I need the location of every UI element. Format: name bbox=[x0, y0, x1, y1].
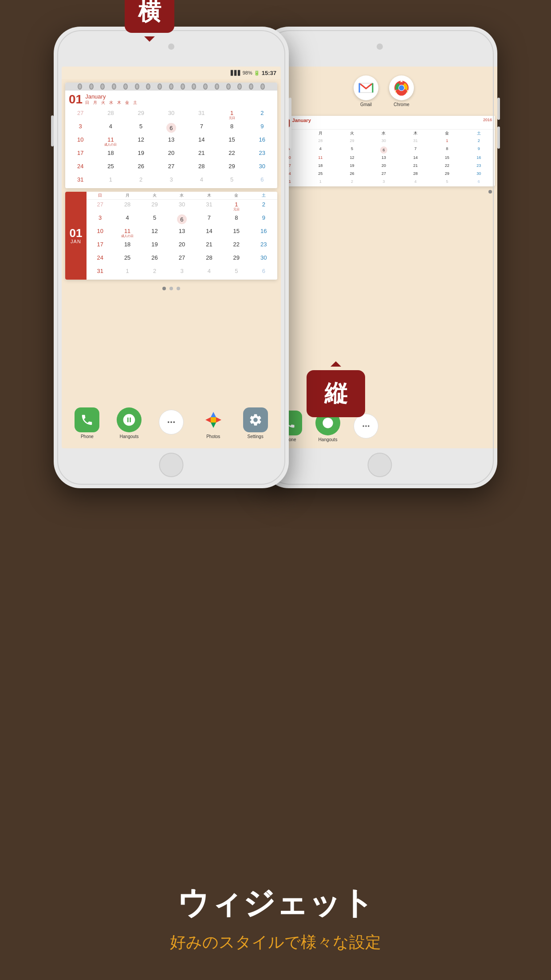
scal-cell: 14 bbox=[400, 154, 431, 162]
scal-cell: 19 bbox=[336, 162, 368, 170]
home-button[interactable] bbox=[159, 453, 184, 477]
cal-cell: 9 bbox=[250, 213, 277, 226]
hangouts-icon bbox=[117, 407, 142, 432]
cal-cell: 31 bbox=[65, 175, 95, 188]
cal-cell: 28 bbox=[196, 253, 223, 266]
app-gmail[interactable]: Gmail bbox=[354, 75, 378, 107]
cal-cell: 7 bbox=[186, 122, 216, 135]
right-hangouts-label: Hangouts bbox=[319, 437, 338, 442]
app-chrome[interactable]: Chrome bbox=[389, 75, 414, 107]
month-kana: 日 月 火 水 木 金 土 bbox=[85, 100, 137, 106]
cal-cell: 19 bbox=[141, 240, 168, 253]
day-header: 月 bbox=[114, 192, 141, 199]
scal-cell: 7 bbox=[400, 146, 431, 154]
scal-cell: 15 bbox=[431, 154, 463, 162]
day-header: 日 bbox=[87, 192, 114, 199]
scal-cell: 28 bbox=[400, 170, 431, 178]
cal-cell: 1 bbox=[114, 266, 141, 280]
scal-cell: 8 bbox=[431, 146, 463, 154]
scal-cell: 2 bbox=[336, 178, 368, 186]
cal-cell: 1 bbox=[95, 175, 126, 188]
day-hdr: 土 bbox=[463, 130, 495, 138]
app-hangouts[interactable]: Hangouts bbox=[117, 407, 142, 439]
spiral bbox=[65, 83, 277, 91]
phones-container: 横 ▋▋▋ 98% 🔋 15:37 bbox=[0, 27, 551, 488]
small-cal-grid: 27 28 29 30 31 1 2 3 4 5 6 7 8 9 10 11 bbox=[273, 138, 495, 186]
power-button[interactable] bbox=[51, 115, 54, 146]
cal-cell: 27 bbox=[87, 200, 114, 213]
cal-cell: 14 bbox=[196, 226, 223, 240]
vol-up-button[interactable] bbox=[289, 98, 291, 120]
cal-cell: 21 bbox=[196, 240, 223, 253]
cal-cell: 6 bbox=[250, 266, 277, 280]
camera bbox=[168, 43, 174, 50]
cal-cell: 19 bbox=[126, 148, 156, 162]
cal-cell: 30 bbox=[156, 108, 186, 122]
cal-cell: 3 bbox=[65, 122, 95, 135]
cal-cell: 3 bbox=[87, 213, 114, 226]
cal-cell: 23 bbox=[247, 148, 277, 162]
right-app-messages[interactable] bbox=[354, 414, 378, 439]
dot bbox=[169, 287, 173, 290]
scal-cell: 30 bbox=[463, 170, 495, 178]
vol-down-button[interactable] bbox=[289, 126, 291, 149]
status-bar: ▋▋▋ 98% 🔋 15:37 bbox=[62, 67, 281, 79]
day-hdr: 金 bbox=[431, 130, 463, 138]
scal-cell: 9 bbox=[463, 146, 495, 154]
phone-icon bbox=[75, 407, 99, 432]
photos-label: Photos bbox=[206, 434, 220, 439]
cal-cell: 27 bbox=[156, 162, 186, 175]
cal-cell: 12 bbox=[141, 226, 168, 240]
page-dots bbox=[62, 283, 281, 294]
phone-label: Phone bbox=[81, 434, 94, 439]
cal-cell: 5 bbox=[126, 122, 156, 135]
cal-cell: 4 bbox=[196, 266, 223, 280]
app-settings[interactable]: Settings bbox=[243, 407, 268, 439]
scal-cell: 28 bbox=[304, 138, 336, 146]
cal-cell: 16 bbox=[250, 226, 277, 240]
cal-cell: 4 bbox=[114, 213, 141, 226]
cal-cell: 9 bbox=[247, 122, 277, 135]
app-phone[interactable]: Phone bbox=[75, 407, 99, 439]
cal-cell: 2 bbox=[247, 108, 277, 122]
status-icons: ▋▋▋ 98% 🔋 bbox=[231, 70, 260, 76]
cal-cell: 28 bbox=[114, 200, 141, 213]
right-apps-row: Gmail bbox=[270, 67, 497, 114]
cal-cell: 24 bbox=[65, 162, 95, 175]
right-camera bbox=[377, 43, 383, 50]
cal-cell: 13 bbox=[168, 226, 195, 240]
cal-header: 01 January 日 月 火 水 木 金 土 bbox=[65, 91, 277, 108]
scal-cell: 5 bbox=[431, 178, 463, 186]
day-hdr: 月 bbox=[304, 130, 336, 138]
app-photos[interactable]: Photos bbox=[201, 407, 226, 439]
cal-cell: 18 bbox=[114, 240, 141, 253]
chrome-label: Chrome bbox=[394, 102, 409, 107]
dot bbox=[162, 287, 166, 290]
scal-cell: 4 bbox=[304, 146, 336, 154]
month-name: January bbox=[85, 93, 137, 100]
cal-cell: 2 bbox=[126, 175, 156, 188]
right-vol-down[interactable] bbox=[497, 126, 500, 149]
scal-cell: 1 bbox=[304, 178, 336, 186]
cal-cell: 6 bbox=[247, 175, 277, 188]
cal-cell: 17 bbox=[65, 148, 95, 162]
cal-cell: 31 bbox=[196, 200, 223, 213]
scal-cell: 16 bbox=[463, 154, 495, 162]
cal-cell: 29 bbox=[126, 108, 156, 122]
right-vol-up[interactable] bbox=[497, 98, 500, 120]
cal-cell: 15 bbox=[223, 226, 250, 240]
dot bbox=[177, 287, 180, 290]
small-cal-year: 2016 bbox=[483, 118, 492, 128]
day-header: 木 bbox=[196, 192, 223, 199]
right-dot bbox=[488, 190, 492, 194]
right-phone-screen: Gmail bbox=[270, 67, 497, 448]
right-home-button[interactable] bbox=[368, 453, 392, 477]
cal-cell: 22 bbox=[223, 240, 250, 253]
app-messages[interactable] bbox=[159, 410, 184, 436]
cal-cell: 29 bbox=[223, 253, 250, 266]
scal-cell: 31 bbox=[400, 138, 431, 146]
cal-cell: 11成人の日 bbox=[95, 135, 126, 148]
left-phone-screen: ▋▋▋ 98% 🔋 15:37 01 Januar bbox=[62, 67, 281, 448]
scal-cell: 12 bbox=[336, 154, 368, 162]
cal-cell: 4 bbox=[186, 175, 216, 188]
